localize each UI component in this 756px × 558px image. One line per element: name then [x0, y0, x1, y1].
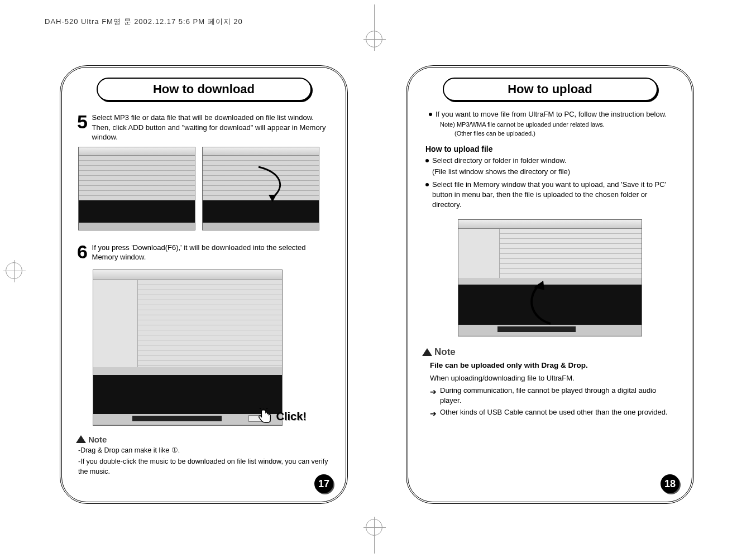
page-title: How to download	[97, 78, 312, 101]
app-screenshot-large	[93, 270, 283, 426]
arrow-text: During communication, file cannot be pla…	[440, 386, 678, 406]
bullet-sub: (File list window shows the directory or…	[432, 167, 678, 177]
doc-header: DAH-520 Ultra FM영 문 2002.12.17 5:6 PM 페이…	[45, 17, 243, 27]
step-5: 5 Select MP3 file or data file that will…	[76, 109, 332, 142]
note-heading: Note	[76, 435, 332, 444]
triangle-icon	[76, 435, 86, 443]
screenshot-pair: 1	[78, 147, 332, 230]
click-callout: Click!	[256, 408, 307, 425]
bullet-dot-icon	[425, 183, 429, 186]
arrow-bullet: ➔ During communication, file cannot be p…	[430, 386, 678, 406]
note-heading: Note	[422, 347, 678, 358]
svg-line-3	[266, 408, 267, 409]
intro-bullet: If you want to move file from UltraFM to…	[429, 109, 678, 119]
crop-target-bottom	[366, 519, 382, 536]
step-number-6: 6	[77, 239, 88, 265]
page-left: How to download 5 Select MP3 file or dat…	[61, 67, 346, 502]
page-title: How to upload	[443, 78, 658, 101]
svg-line-1	[259, 408, 261, 409]
triangle-icon	[422, 348, 432, 356]
click-label: Click!	[276, 410, 307, 423]
note-label: Note	[88, 435, 107, 444]
pointer-hand-icon	[256, 408, 273, 425]
arrow-icon: ➔	[430, 387, 437, 406]
bullet-text: Select directory or folder in folder win…	[432, 156, 567, 166]
arrow-text: Other kinds of USB Cable cannot be used …	[440, 407, 668, 420]
intro-text: If you want to move file from UltraFM to…	[436, 109, 667, 119]
intro-subnote: (Other files can be uploaded.)	[454, 129, 678, 138]
app-screenshot: 1	[202, 147, 319, 230]
app-screenshot	[78, 147, 195, 230]
note-bold-line: File can be uploaded only with Drag & Dr…	[430, 361, 678, 369]
app-screenshot-upload	[458, 219, 642, 336]
step-number-5: 5	[77, 109, 88, 135]
note-line: -If you double-click the music to be dow…	[76, 456, 332, 477]
note-intro-line: When uploading/downloading file to Ultra…	[430, 374, 678, 382]
intro-subnote: Note) MP3/WMA file cannot be uploaded un…	[440, 121, 678, 129]
arrow-bullet: ➔ Other kinds of USB Cable cannot be use…	[430, 407, 678, 420]
note-label: Note	[434, 347, 456, 358]
step-5-text: Select MP3 file or data file that will b…	[92, 113, 327, 142]
bullet-dot-icon	[425, 159, 429, 162]
step-bullet-1: Select directory or folder in folder win…	[425, 156, 678, 166]
step-6: 6 If you press 'Download(F6),' it will b…	[76, 239, 332, 265]
note-block: Note File can be uploaded only with Drag…	[422, 347, 678, 420]
callout-1: 1	[319, 208, 319, 218]
crop-target-top	[366, 31, 382, 47]
section-subtitle: How to upload file	[425, 145, 678, 153]
step-6-text: If you press 'Download(F6),' it will be …	[92, 243, 327, 262]
upload-arrow-icon	[520, 279, 564, 329]
note-line: -Drag & Drop can make it like ①.	[76, 445, 332, 455]
drag-arrow-icon	[253, 164, 292, 203]
page-number: 18	[661, 474, 680, 493]
page-number: 17	[314, 474, 333, 493]
page-right: How to upload If you want to move file f…	[408, 67, 692, 502]
step-bullet-2: Select file in Memory window that you wa…	[425, 180, 678, 210]
crop-target-left	[6, 262, 28, 279]
bullet-dot-icon	[429, 113, 432, 116]
svg-marker-0	[269, 195, 276, 202]
bullet-text: Select file in Memory window that you wa…	[432, 180, 678, 210]
arrow-icon: ➔	[430, 408, 437, 420]
